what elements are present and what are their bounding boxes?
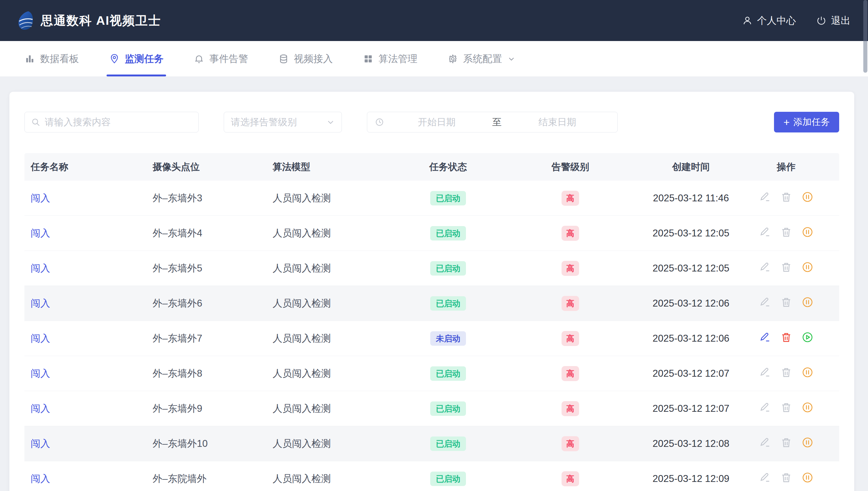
trash-icon (780, 436, 792, 449)
column-header-camera: 摄像头点位 (152, 161, 273, 173)
toggle-task-button[interactable] (802, 296, 813, 308)
edit-button[interactable] (759, 331, 771, 343)
task-name-link[interactable]: 闯入 (31, 333, 50, 344)
edit-icon (759, 331, 771, 343)
pause-circle-icon (802, 436, 813, 449)
status-badge: 已启动 (430, 471, 466, 486)
search-icon (31, 117, 40, 127)
page-title: 思通数科 AI视频卫士 (41, 12, 161, 29)
start-date-input[interactable]: 开始日期 (384, 116, 489, 129)
delete-button[interactable] (780, 191, 792, 203)
task-name-link[interactable]: 闯入 (31, 228, 50, 239)
nav-item-event-alerts[interactable]: 事件告警 (188, 41, 254, 77)
table-row: 闯入 外–东墙外9 人员闯入检测 已启动 高 2025-03-12 12:07 (24, 391, 839, 426)
grid-icon (363, 54, 373, 64)
delete-button[interactable] (780, 226, 792, 238)
scrollbar-thumb[interactable] (863, 0, 867, 41)
delete-button[interactable] (780, 261, 792, 273)
delete-button[interactable] (780, 366, 792, 378)
edit-button[interactable] (759, 296, 771, 308)
model-cell: 人员闯入检测 (273, 367, 404, 380)
pause-circle-icon (802, 296, 813, 308)
task-name-link[interactable]: 闯入 (31, 438, 50, 449)
edit-button[interactable] (759, 226, 771, 238)
toggle-task-button[interactable] (802, 261, 813, 273)
status-badge: 已启动 (430, 296, 466, 311)
trash-icon (780, 261, 792, 273)
row-actions (759, 226, 813, 238)
edit-button[interactable] (759, 366, 771, 378)
edit-icon (759, 471, 771, 484)
trash-icon (780, 296, 792, 308)
app-header: 思通数科 AI视频卫士 个人中心 退出 (0, 0, 868, 41)
location-pin-icon (109, 54, 120, 64)
toggle-task-button[interactable] (802, 331, 813, 343)
toggle-task-button[interactable] (802, 366, 813, 378)
edit-icon (759, 191, 771, 203)
table-row: 闯入 外–东墙外8 人员闯入检测 已启动 高 2025-03-12 12:07 (24, 356, 839, 391)
status-badge: 已启动 (430, 226, 466, 240)
task-name-link[interactable]: 闯入 (31, 298, 50, 309)
created-time: 2025-03-12 12:07 (649, 368, 733, 379)
toggle-task-button[interactable] (802, 471, 813, 484)
edit-icon (759, 296, 771, 308)
logout-button[interactable]: 退出 (816, 14, 850, 27)
nav-item-system-config[interactable]: 系统配置 (442, 41, 521, 77)
nav-item-monitor-tasks[interactable]: 监测任务 (104, 41, 169, 77)
edit-button[interactable] (759, 261, 771, 273)
delete-button[interactable] (780, 471, 792, 484)
task-name-link[interactable]: 闯入 (31, 193, 50, 204)
trash-icon (780, 226, 792, 238)
edit-icon (759, 366, 771, 378)
created-time: 2025-03-12 11:46 (649, 193, 733, 204)
row-actions (759, 261, 813, 273)
model-cell: 人员闯入检测 (273, 332, 404, 345)
edit-button[interactable] (759, 471, 771, 484)
edit-button[interactable] (759, 191, 771, 203)
task-name-link[interactable]: 闯入 (31, 368, 50, 379)
status-badge: 已启动 (430, 436, 466, 451)
task-name-link[interactable]: 闯入 (31, 473, 50, 484)
table-row: 闯入 外–东墙外5 人员闯入检测 已启动 高 2025-03-12 12:05 (24, 251, 839, 286)
level-badge: 高 (562, 226, 579, 241)
task-name-link[interactable]: 闯入 (31, 263, 50, 274)
toggle-task-button[interactable] (802, 436, 813, 449)
level-badge: 高 (562, 296, 579, 311)
scrollbar-thumb[interactable] (863, 41, 867, 73)
delete-button[interactable] (780, 296, 792, 308)
nav-item-video-access[interactable]: 视频接入 (273, 41, 338, 77)
add-task-button[interactable]: + 添加任务 (774, 112, 839, 133)
clock-icon (375, 117, 384, 127)
nav-item-dashboard[interactable]: 数据看板 (19, 41, 85, 77)
toggle-task-button[interactable] (802, 226, 813, 238)
date-range-picker: 开始日期 至 结束日期 (367, 112, 618, 133)
delete-button[interactable] (780, 401, 792, 413)
end-date-input[interactable]: 结束日期 (505, 116, 610, 129)
pause-circle-icon (802, 261, 813, 273)
level-badge: 高 (562, 331, 579, 346)
search-input[interactable] (45, 117, 192, 127)
row-actions (759, 331, 813, 343)
edit-icon (759, 226, 771, 238)
trash-icon (780, 191, 792, 203)
alert-level-select[interactable]: 请选择告警级别 (224, 112, 342, 133)
level-badge: 高 (562, 191, 579, 206)
nav-item-algorithm-mgmt[interactable]: 算法管理 (357, 41, 423, 77)
filter-bar: 请选择告警级别 开始日期 至 结束日期 + 添加任务 (24, 112, 839, 133)
pause-circle-icon (802, 366, 813, 378)
bell-icon (194, 54, 204, 64)
delete-button[interactable] (780, 331, 792, 343)
chevron-down-icon (327, 118, 335, 126)
table-header-row: 任务名称 摄像头点位 算法模型 任务状态 告警级别 创建时间 操作 (24, 153, 839, 181)
toggle-task-button[interactable] (802, 401, 813, 413)
task-name-link[interactable]: 闯入 (31, 403, 50, 414)
row-actions (759, 471, 813, 484)
column-header-model: 算法模型 (273, 161, 404, 173)
toggle-task-button[interactable] (802, 191, 813, 203)
row-actions (759, 296, 813, 308)
user-center-button[interactable]: 个人中心 (742, 14, 796, 27)
camera-cell: 外–东墙外5 (152, 262, 273, 275)
edit-button[interactable] (759, 436, 771, 449)
edit-button[interactable] (759, 401, 771, 413)
delete-button[interactable] (780, 436, 792, 449)
